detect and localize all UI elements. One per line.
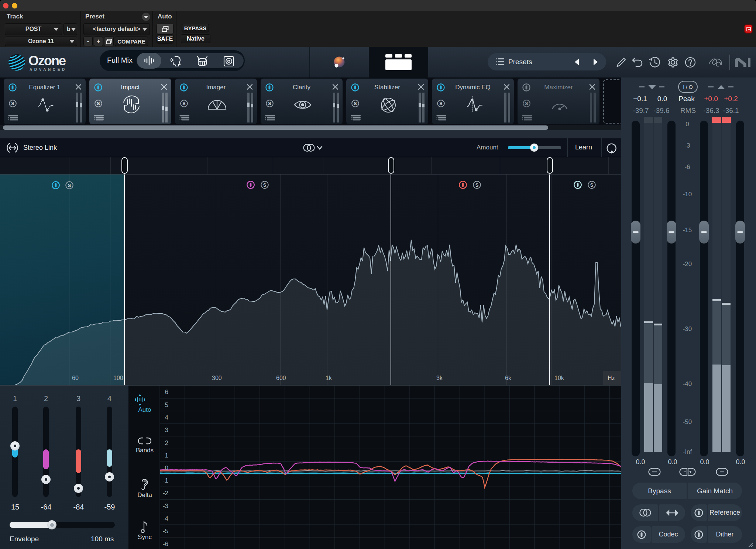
svg-text:S: S bbox=[354, 101, 357, 106]
svg-text:S: S bbox=[182, 101, 185, 106]
svg-text:S: S bbox=[525, 101, 528, 106]
svg-text:S: S bbox=[11, 101, 14, 106]
svg-text:S: S bbox=[68, 183, 71, 188]
svg-text:S: S bbox=[97, 101, 100, 106]
svg-text:S: S bbox=[263, 182, 267, 188]
svg-text:S: S bbox=[439, 101, 442, 106]
svg-text:S: S bbox=[590, 182, 594, 188]
svg-text:S: S bbox=[475, 182, 479, 188]
svg-text:S: S bbox=[268, 101, 271, 106]
